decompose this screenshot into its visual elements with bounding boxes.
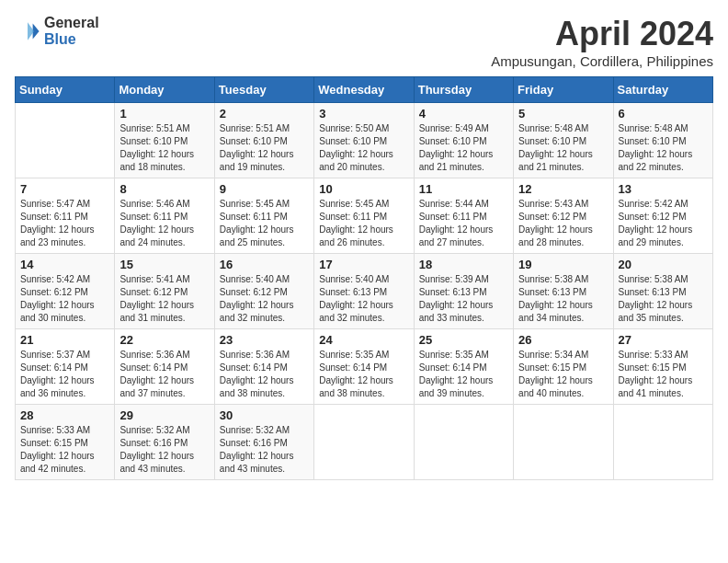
day-info: Sunrise: 5:40 AM Sunset: 6:13 PM Dayligh… bbox=[319, 273, 408, 325]
day-number: 18 bbox=[419, 258, 508, 271]
day-number: 12 bbox=[518, 182, 608, 196]
calendar-cell: 27Sunrise: 5:33 AM Sunset: 6:15 PM Dayli… bbox=[613, 329, 712, 405]
day-number: 8 bbox=[119, 182, 209, 196]
calendar-cell bbox=[414, 405, 513, 480]
day-info: Sunrise: 5:45 AM Sunset: 6:11 PM Dayligh… bbox=[319, 198, 408, 249]
day-number: 28 bbox=[20, 408, 109, 422]
header-thursday: Thursday bbox=[414, 77, 513, 103]
calendar-cell bbox=[16, 103, 115, 178]
calendar-cell: 9Sunrise: 5:45 AM Sunset: 6:11 PM Daylig… bbox=[214, 178, 313, 254]
day-info: Sunrise: 5:42 AM Sunset: 6:12 PM Dayligh… bbox=[619, 198, 708, 249]
header-wednesday: Wednesday bbox=[314, 77, 414, 103]
calendar-body: 1Sunrise: 5:51 AM Sunset: 6:10 PM Daylig… bbox=[16, 103, 713, 480]
day-number: 10 bbox=[319, 182, 408, 196]
header-row: Sunday Monday Tuesday Wednesday Thursday… bbox=[16, 77, 713, 103]
day-number: 16 bbox=[220, 258, 309, 271]
day-info: Sunrise: 5:48 AM Sunset: 6:10 PM Dayligh… bbox=[619, 122, 708, 174]
calendar-cell: 17Sunrise: 5:40 AM Sunset: 6:13 PM Dayli… bbox=[314, 254, 414, 329]
calendar-cell: 12Sunrise: 5:43 AM Sunset: 6:12 PM Dayli… bbox=[514, 178, 613, 254]
calendar-cell: 3Sunrise: 5:50 AM Sunset: 6:10 PM Daylig… bbox=[314, 103, 414, 178]
day-info: Sunrise: 5:39 AM Sunset: 6:13 PM Dayligh… bbox=[419, 273, 508, 325]
header-friday: Friday bbox=[514, 77, 613, 103]
day-number: 14 bbox=[20, 258, 109, 271]
day-number: 15 bbox=[119, 258, 209, 271]
day-number: 11 bbox=[419, 182, 508, 196]
calendar-week-1: 1Sunrise: 5:51 AM Sunset: 6:10 PM Daylig… bbox=[16, 103, 713, 178]
day-info: Sunrise: 5:50 AM Sunset: 6:10 PM Dayligh… bbox=[319, 122, 408, 174]
calendar-cell: 18Sunrise: 5:39 AM Sunset: 6:13 PM Dayli… bbox=[414, 254, 513, 329]
calendar-cell: 2Sunrise: 5:51 AM Sunset: 6:10 PM Daylig… bbox=[214, 103, 313, 178]
calendar-cell: 7Sunrise: 5:47 AM Sunset: 6:11 PM Daylig… bbox=[16, 178, 115, 254]
day-info: Sunrise: 5:42 AM Sunset: 6:12 PM Dayligh… bbox=[20, 273, 109, 325]
calendar-cell: 21Sunrise: 5:37 AM Sunset: 6:14 PM Dayli… bbox=[16, 329, 115, 405]
day-info: Sunrise: 5:46 AM Sunset: 6:11 PM Dayligh… bbox=[119, 198, 209, 249]
calendar-week-4: 21Sunrise: 5:37 AM Sunset: 6:14 PM Dayli… bbox=[16, 329, 713, 405]
calendar-cell bbox=[514, 405, 613, 480]
calendar-cell: 16Sunrise: 5:40 AM Sunset: 6:12 PM Dayli… bbox=[214, 254, 313, 329]
day-number: 27 bbox=[619, 333, 708, 347]
day-info: Sunrise: 5:32 AM Sunset: 6:16 PM Dayligh… bbox=[119, 424, 209, 476]
day-number: 3 bbox=[319, 107, 408, 121]
calendar-cell: 29Sunrise: 5:32 AM Sunset: 6:16 PM Dayli… bbox=[115, 405, 214, 480]
day-number: 30 bbox=[220, 408, 309, 422]
day-info: Sunrise: 5:48 AM Sunset: 6:10 PM Dayligh… bbox=[518, 122, 608, 174]
day-number: 23 bbox=[220, 333, 309, 347]
day-number: 2 bbox=[220, 107, 309, 121]
calendar-header: Sunday Monday Tuesday Wednesday Thursday… bbox=[16, 77, 713, 103]
logo-blue: Blue bbox=[44, 31, 99, 48]
header-tuesday: Tuesday bbox=[214, 77, 313, 103]
month-year-title: April 2024 bbox=[491, 15, 713, 53]
day-info: Sunrise: 5:41 AM Sunset: 6:12 PM Dayligh… bbox=[119, 273, 209, 325]
logo-text: General Blue bbox=[44, 15, 99, 47]
calendar-cell: 25Sunrise: 5:35 AM Sunset: 6:14 PM Dayli… bbox=[414, 329, 513, 405]
day-number: 26 bbox=[518, 333, 608, 347]
day-info: Sunrise: 5:34 AM Sunset: 6:15 PM Dayligh… bbox=[518, 349, 608, 400]
day-info: Sunrise: 5:43 AM Sunset: 6:12 PM Dayligh… bbox=[518, 198, 608, 249]
calendar-cell: 8Sunrise: 5:46 AM Sunset: 6:11 PM Daylig… bbox=[115, 178, 214, 254]
logo-icon bbox=[15, 18, 40, 44]
day-number: 5 bbox=[518, 107, 608, 121]
calendar-cell bbox=[314, 405, 414, 480]
day-info: Sunrise: 5:33 AM Sunset: 6:15 PM Dayligh… bbox=[619, 349, 708, 400]
calendar-cell: 24Sunrise: 5:35 AM Sunset: 6:14 PM Dayli… bbox=[314, 329, 414, 405]
day-info: Sunrise: 5:38 AM Sunset: 6:13 PM Dayligh… bbox=[619, 273, 708, 325]
calendar-cell: 5Sunrise: 5:48 AM Sunset: 6:10 PM Daylig… bbox=[514, 103, 613, 178]
calendar-cell: 20Sunrise: 5:38 AM Sunset: 6:13 PM Dayli… bbox=[613, 254, 712, 329]
calendar-cell: 26Sunrise: 5:34 AM Sunset: 6:15 PM Dayli… bbox=[514, 329, 613, 405]
logo-general: General bbox=[44, 15, 99, 31]
day-number: 1 bbox=[119, 107, 209, 121]
day-number: 19 bbox=[518, 258, 608, 271]
calendar-cell: 19Sunrise: 5:38 AM Sunset: 6:13 PM Dayli… bbox=[514, 254, 613, 329]
day-info: Sunrise: 5:35 AM Sunset: 6:14 PM Dayligh… bbox=[419, 349, 508, 400]
header-monday: Monday bbox=[115, 77, 214, 103]
day-number: 29 bbox=[119, 408, 209, 422]
day-number: 13 bbox=[619, 182, 708, 196]
calendar-cell: 6Sunrise: 5:48 AM Sunset: 6:10 PM Daylig… bbox=[613, 103, 712, 178]
day-info: Sunrise: 5:38 AM Sunset: 6:13 PM Dayligh… bbox=[518, 273, 608, 325]
calendar-cell: 1Sunrise: 5:51 AM Sunset: 6:10 PM Daylig… bbox=[115, 103, 214, 178]
calendar-week-3: 14Sunrise: 5:42 AM Sunset: 6:12 PM Dayli… bbox=[16, 254, 713, 329]
header-sunday: Sunday bbox=[16, 77, 115, 103]
day-info: Sunrise: 5:51 AM Sunset: 6:10 PM Dayligh… bbox=[119, 122, 209, 174]
day-number: 22 bbox=[119, 333, 209, 347]
location-subtitle: Ampusungan, Cordillera, Philippines bbox=[491, 53, 713, 69]
day-info: Sunrise: 5:36 AM Sunset: 6:14 PM Dayligh… bbox=[220, 349, 309, 400]
calendar-cell: 13Sunrise: 5:42 AM Sunset: 6:12 PM Dayli… bbox=[613, 178, 712, 254]
calendar-cell: 28Sunrise: 5:33 AM Sunset: 6:15 PM Dayli… bbox=[16, 405, 115, 480]
day-number: 21 bbox=[20, 333, 109, 347]
day-number: 20 bbox=[619, 258, 708, 271]
day-number: 9 bbox=[220, 182, 309, 196]
calendar-cell: 14Sunrise: 5:42 AM Sunset: 6:12 PM Dayli… bbox=[16, 254, 115, 329]
day-info: Sunrise: 5:36 AM Sunset: 6:14 PM Dayligh… bbox=[119, 349, 209, 400]
day-number: 17 bbox=[319, 258, 408, 271]
day-info: Sunrise: 5:33 AM Sunset: 6:15 PM Dayligh… bbox=[20, 424, 109, 476]
day-number: 25 bbox=[419, 333, 508, 347]
calendar-cell: 4Sunrise: 5:49 AM Sunset: 6:10 PM Daylig… bbox=[414, 103, 513, 178]
calendar-cell: 23Sunrise: 5:36 AM Sunset: 6:14 PM Dayli… bbox=[214, 329, 313, 405]
title-area: April 2024 Ampusungan, Cordillera, Phili… bbox=[491, 15, 713, 69]
calendar-cell bbox=[613, 405, 712, 480]
day-info: Sunrise: 5:32 AM Sunset: 6:16 PM Dayligh… bbox=[220, 424, 309, 476]
day-info: Sunrise: 5:40 AM Sunset: 6:12 PM Dayligh… bbox=[220, 273, 309, 325]
day-info: Sunrise: 5:35 AM Sunset: 6:14 PM Dayligh… bbox=[319, 349, 408, 400]
calendar-cell: 11Sunrise: 5:44 AM Sunset: 6:11 PM Dayli… bbox=[414, 178, 513, 254]
